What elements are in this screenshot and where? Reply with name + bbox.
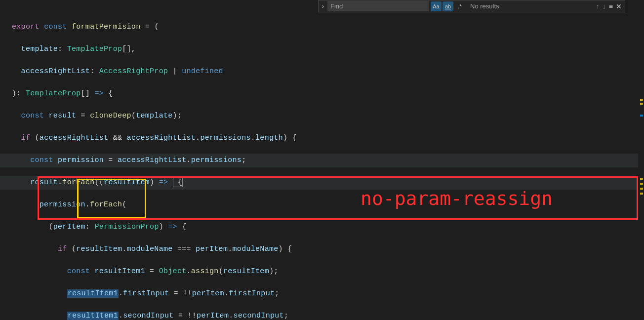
close-find-icon[interactable]: ✕: [616, 2, 622, 10]
find-nav: ↑ ↓ ≡ ✕: [596, 2, 622, 10]
code-line: (perItem: PermissionProp) => {: [12, 220, 644, 234]
match-case-toggle[interactable]: Aa: [431, 1, 442, 11]
find-prev-icon[interactable]: ↑: [596, 2, 600, 10]
code-line: export const formatPermision = (: [12, 20, 644, 34]
code-editor[interactable]: export const formatPermision = ( templat…: [12, 12, 644, 320]
find-next-icon[interactable]: ↓: [603, 2, 606, 10]
code-line: const resultItem1 = Object.assign(result…: [12, 265, 644, 279]
find-toggles: Aa ab .*: [431, 1, 465, 11]
code-line: const result = cloneDeep(template);: [12, 109, 644, 123]
find-in-selection-icon[interactable]: ≡: [609, 2, 613, 10]
code-line: resultItem1.firstInput = !!perItem.first…: [12, 287, 644, 301]
code-line: ): TemplateProp[] => {: [12, 87, 644, 101]
find-input[interactable]: [327, 1, 429, 11]
find-bar: › Aa ab .* No results ↑ ↓ ≡ ✕: [318, 0, 625, 12]
code-line: template: TemplateProp[],: [12, 42, 644, 56]
code-line: result.forEach((resultItem) => {: [0, 176, 644, 190]
match-whole-word-toggle[interactable]: ab: [443, 1, 453, 11]
code-line: resultItem1.secondInput = !!perItem.seco…: [12, 309, 644, 320]
regex-toggle[interactable]: .*: [454, 1, 465, 11]
code-line: const permission = accessRightList.permi…: [0, 154, 644, 167]
code-line: if (resultItem.moduleName === perItem.mo…: [12, 242, 644, 256]
find-results-label: No results: [470, 2, 596, 10]
code-line: permission.forEach(: [12, 198, 644, 212]
code-line: if (accessRightList && accessRightList.p…: [12, 131, 644, 145]
code-line: accessRightList: AccessRightProp | undef…: [12, 65, 644, 79]
find-expand-toggle[interactable]: ›: [319, 2, 327, 10]
overview-ruler[interactable]: [638, 0, 644, 320]
